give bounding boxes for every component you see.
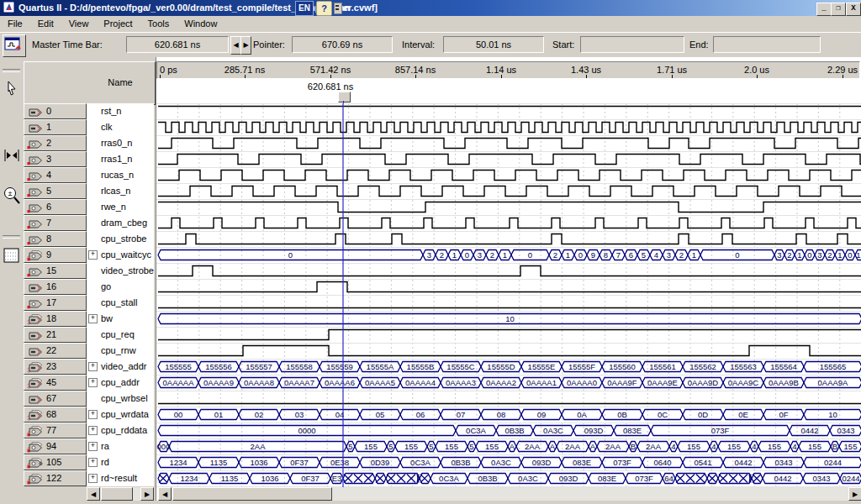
expand-plus-icon[interactable]: + <box>88 314 98 323</box>
scroll-left-icon[interactable]: ◀ <box>158 487 172 501</box>
wave-video_addr[interactable]: 15555515555615555715555815555915555A1555… <box>158 362 861 372</box>
signal-name-cpu_addr[interactable]: +cpu_addr <box>87 375 154 391</box>
signal-name-rras0_n[interactable]: rras0_n <box>87 135 154 151</box>
signal-handle-2[interactable]: 2 <box>24 135 87 151</box>
name-panel-hscrollbar[interactable]: ◀ ▶ <box>87 487 154 501</box>
signal-name-rras1_n[interactable]: rras1_n <box>87 151 154 167</box>
close-button[interactable]: X <box>846 3 861 16</box>
menu-item-view[interactable]: View <box>61 16 97 32</box>
signal-handle-17[interactable]: 17 <box>24 295 87 311</box>
time-step-right-button[interactable]: ▶ <box>240 36 251 55</box>
wave-rd~result[interactable]: 1234113510360F37E30C3A0B3B0A3C093D083E07… <box>158 474 861 484</box>
signal-handle-7[interactable]: 7 <box>24 215 87 231</box>
scrollbar-thumb[interactable] <box>101 487 133 501</box>
signal-name-rlcas_n[interactable]: rlcas_n <box>87 183 154 199</box>
wave-rucas_n[interactable] <box>158 171 861 181</box>
end-field[interactable] <box>713 36 821 53</box>
master-time-bar-field[interactable]: 620.681 ns <box>126 36 229 53</box>
signal-name-video_addr[interactable]: +video_addr <box>87 359 154 375</box>
signal-name-video_strobe[interactable]: video_strobe <box>87 263 154 279</box>
language-indicator[interactable]: EN <box>295 1 314 16</box>
menu-item-edit[interactable]: Edit <box>30 16 61 32</box>
signal-name-cpu_stall[interactable]: cpu_stall <box>87 295 154 311</box>
scroll-left-icon[interactable]: ◀ <box>87 487 100 501</box>
timeline-ruler[interactable]: 0 ps285.71 ns571.42 ns857.14 ns1.14 us1.… <box>156 61 860 79</box>
scrollbar-thumb[interactable] <box>172 487 332 501</box>
wave-dram_cbeg[interactable] <box>158 218 861 228</box>
signal-handle-77[interactable]: 77 <box>24 423 87 438</box>
time-bar-strip[interactable]: 620.681 ns <box>156 80 861 103</box>
language-help-icon[interactable]: ? <box>316 1 332 16</box>
signal-handle-8[interactable]: 8 <box>24 231 87 247</box>
signal-name-rd~result[interactable]: +rd~result <box>87 470 154 486</box>
wave-clk[interactable] <box>158 123 861 133</box>
expand-plus-icon[interactable]: + <box>88 410 98 419</box>
signal-handle-23[interactable]: 23 <box>24 359 87 375</box>
signal-name-rwe_n[interactable]: rwe_n <box>87 199 154 215</box>
signal-name-cpu_wrbsel[interactable]: cpu_wrbsel <box>87 391 154 407</box>
signal-name-cpu_rddata[interactable]: +cpu_rddata <box>87 423 154 438</box>
signal-handle-3[interactable]: 3 <box>24 151 87 167</box>
signal-handle-6[interactable]: 6 <box>24 199 87 215</box>
grid-view-icon[interactable] <box>2 245 22 267</box>
language-bar-options-icon[interactable] <box>334 3 342 14</box>
signal-handle-67[interactable]: 67 <box>24 391 87 407</box>
waveform-editor-icon[interactable] <box>3 34 26 57</box>
time-bar-tool-icon[interactable] <box>2 144 22 166</box>
zoom-tool-icon[interactable]: ± <box>2 185 22 207</box>
signal-handle-4[interactable]: 4 <box>24 167 87 183</box>
signal-name-go[interactable]: go <box>87 279 154 295</box>
menu-item-window[interactable]: Window <box>177 16 224 32</box>
wave-go[interactable] <box>158 282 861 292</box>
signal-name-cpu_rnw[interactable]: cpu_rnw <box>87 343 154 359</box>
signal-handle-15[interactable]: 15 <box>24 263 87 279</box>
signal-handle-5[interactable]: 5 <box>24 183 87 199</box>
wave-rd[interactable]: 1234113510360F370E380D390C3A0B3B0A3C093D… <box>158 458 861 468</box>
signal-handle-122[interactable]: 122 <box>24 470 87 486</box>
signal-name-bw[interactable]: +bw <box>87 311 154 327</box>
selection-tool-icon[interactable] <box>2 79 22 101</box>
signal-name-clk[interactable]: clk <box>87 119 154 135</box>
signal-handle-45[interactable]: 45 <box>24 375 87 391</box>
signal-handle-16[interactable]: 16 <box>24 279 87 295</box>
signal-name-dram_cbeg[interactable]: dram_cbeg <box>87 215 154 231</box>
start-field[interactable] <box>580 36 684 53</box>
wave-rwe_n[interactable] <box>158 202 861 213</box>
signal-handle-0[interactable]: 0 <box>24 103 87 119</box>
signal-name-cpu_waitcyc[interactable]: +cpu_waitcyc <box>87 247 154 263</box>
waveform-hscrollbar[interactable]: ◀ ▶ <box>158 487 861 501</box>
wave-cpu_addr[interactable]: 0AAAAA0AAAA90AAAA80AAAA70AAAA60AAAA50AAA… <box>158 378 861 388</box>
signal-handle-94[interactable]: 94 <box>24 438 87 454</box>
master-time-cursor-handle[interactable] <box>338 92 351 102</box>
signal-handle-1[interactable]: 1 <box>24 119 87 135</box>
signal-name-cpu_wrdata[interactable]: +cpu_wrdata <box>87 407 154 423</box>
signal-handle-18[interactable]: 18 <box>24 311 87 327</box>
restore-button[interactable]: ❐ <box>831 3 846 16</box>
menu-item-file[interactable]: File <box>0 16 30 32</box>
waveform-display[interactable]: 0321032102109876543210321032101101555551… <box>156 103 861 487</box>
minimize-button[interactable]: _ <box>816 3 832 16</box>
signal-handle-9[interactable]: 9 <box>24 247 87 263</box>
menu-item-project[interactable]: Project <box>96 16 140 32</box>
wave-ra[interactable]: 0002AA5155515551555155A2AAA2AAA2AAB2AA41… <box>157 442 861 452</box>
expand-plus-icon[interactable]: + <box>88 378 98 387</box>
signal-handle-21[interactable]: 21 <box>24 327 87 343</box>
expand-plus-icon[interactable]: + <box>88 426 98 435</box>
expand-plus-icon[interactable]: + <box>88 474 98 483</box>
signal-handle-22[interactable]: 22 <box>24 343 87 359</box>
signal-name-rst_n[interactable]: rst_n <box>87 103 154 119</box>
menu-item-tools[interactable]: Tools <box>140 16 177 32</box>
signal-name-ra[interactable]: +ra <box>87 438 154 454</box>
scroll-right-icon[interactable]: ▶ <box>140 487 154 501</box>
signal-name-rd[interactable]: +rd <box>87 454 154 470</box>
expand-plus-icon[interactable]: + <box>88 250 98 260</box>
scroll-right-icon[interactable]: ▶ <box>848 487 861 501</box>
signal-handle-68[interactable]: 68 <box>24 407 87 423</box>
signal-name-cpu_strobe[interactable]: cpu_strobe <box>87 231 154 247</box>
expand-plus-icon[interactable]: + <box>88 362 98 371</box>
expand-plus-icon[interactable]: + <box>88 458 98 467</box>
signal-handle-105[interactable]: 105 <box>24 454 87 470</box>
expand-plus-icon[interactable]: + <box>88 442 98 451</box>
signal-name-cpu_req[interactable]: cpu_req <box>87 327 154 343</box>
signal-name-rucas_n[interactable]: rucas_n <box>87 167 154 183</box>
